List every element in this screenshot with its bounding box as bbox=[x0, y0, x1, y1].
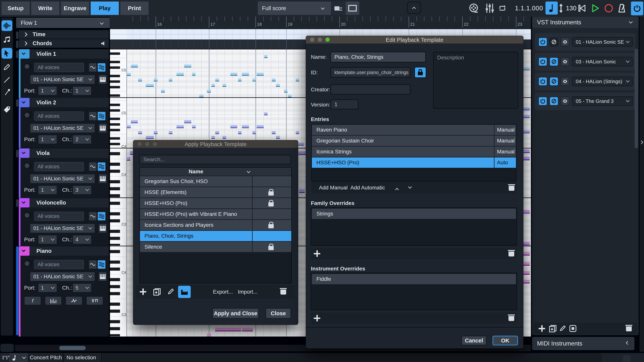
voices-toggle[interactable] bbox=[24, 212, 32, 219]
piano-key-black[interactable] bbox=[110, 109, 120, 112]
midi-note[interactable] bbox=[184, 120, 191, 123]
midi-note[interactable] bbox=[154, 78, 158, 81]
instrument-select[interactable]: 01 - HALion Sonic SE bbox=[30, 123, 95, 133]
midi-note[interactable] bbox=[207, 90, 211, 92]
apply-and-close-button[interactable]: Apply and Close bbox=[212, 308, 259, 319]
speaker-icon[interactable] bbox=[101, 41, 106, 46]
layout-select[interactable]: Full score bbox=[258, 1, 331, 15]
tag-tool[interactable] bbox=[2, 104, 12, 115]
search-input[interactable]: Search... bbox=[139, 155, 291, 164]
piano-key-black[interactable] bbox=[110, 310, 120, 313]
piano-key-black[interactable] bbox=[110, 129, 120, 131]
chords-track-row[interactable]: Chords bbox=[19, 39, 109, 48]
pencil-tool[interactable] bbox=[2, 62, 12, 72]
velocity-button[interactable] bbox=[45, 296, 62, 305]
creator-input[interactable] bbox=[330, 84, 410, 95]
channel-select[interactable]: 3 bbox=[72, 185, 92, 195]
entry-row[interactable]: Gregorian Sustain ChoirManual bbox=[312, 136, 516, 146]
midi-note[interactable] bbox=[146, 136, 154, 139]
description-textarea[interactable]: Description bbox=[433, 52, 518, 109]
add-automatic-button[interactable]: Add Automatic bbox=[350, 185, 385, 191]
instrument-power-button[interactable] bbox=[538, 37, 547, 46]
voices-select[interactable]: All voices bbox=[34, 111, 84, 121]
midi-note[interactable] bbox=[299, 189, 305, 193]
piano-key-black[interactable] bbox=[110, 202, 120, 205]
move-down-button[interactable] bbox=[408, 185, 412, 189]
piano-key-black[interactable] bbox=[110, 292, 120, 295]
factory-reset-button[interactable] bbox=[178, 286, 191, 298]
window-mode-button[interactable] bbox=[346, 1, 360, 15]
techniques-button[interactable] bbox=[86, 296, 103, 305]
track-drag-handle[interactable] bbox=[16, 199, 18, 207]
piano-key-black[interactable] bbox=[110, 250, 120, 253]
track-drag-handle[interactable] bbox=[16, 150, 18, 157]
track-collapse-tab[interactable] bbox=[19, 148, 30, 158]
track-drag-handle[interactable] bbox=[16, 31, 18, 39]
channel-select[interactable]: 1 bbox=[72, 86, 92, 95]
channel-select[interactable]: 4 bbox=[72, 235, 92, 244]
mixer-button[interactable] bbox=[482, 1, 497, 15]
piano-key-black[interactable] bbox=[110, 123, 120, 126]
dynamics-button[interactable]: f bbox=[24, 296, 41, 305]
piano-key-black[interactable] bbox=[110, 118, 120, 120]
waves-mode-button[interactable] bbox=[97, 162, 106, 171]
right-collapse-strip[interactable] bbox=[640, 17, 644, 352]
midi-note[interactable] bbox=[522, 130, 530, 133]
midi-note[interactable] bbox=[127, 73, 131, 76]
midi-note[interactable] bbox=[522, 252, 530, 256]
track-drag-handle[interactable] bbox=[16, 40, 18, 48]
piano-key-black[interactable] bbox=[110, 334, 120, 337]
template-row[interactable]: HSSE+HSO (Pro) bbox=[140, 198, 291, 209]
piano-key-black[interactable] bbox=[110, 94, 120, 97]
piano-key-black[interactable] bbox=[110, 61, 120, 63]
instrument-power-button[interactable] bbox=[538, 57, 547, 66]
piano-key-black[interactable] bbox=[110, 187, 120, 190]
midi-note[interactable] bbox=[522, 242, 530, 245]
loop-button[interactable] bbox=[498, 1, 507, 15]
midi-note[interactable] bbox=[522, 149, 530, 153]
template-row[interactable]: Piano, Choir, Strings bbox=[140, 231, 291, 242]
track-header[interactable] bbox=[19, 49, 109, 59]
cancel-button[interactable]: Cancel bbox=[461, 336, 487, 345]
piano-key-black[interactable] bbox=[110, 80, 120, 83]
instrument-power-button[interactable] bbox=[538, 77, 547, 86]
wave-mode-button[interactable] bbox=[88, 212, 97, 221]
waves-mode-button[interactable] bbox=[97, 212, 106, 221]
midi-note[interactable] bbox=[296, 131, 299, 134]
midi-note[interactable] bbox=[212, 84, 215, 87]
edit-template-button[interactable] bbox=[167, 288, 174, 295]
midi-note[interactable] bbox=[288, 95, 292, 97]
flow-select[interactable]: Flow 1 bbox=[16, 18, 110, 28]
dialog-titlebar[interactable]: Edit Playback Template bbox=[306, 36, 523, 43]
play-button[interactable] bbox=[590, 1, 601, 15]
midi-note[interactable] bbox=[298, 143, 304, 146]
instrument-edit-button[interactable] bbox=[550, 37, 558, 46]
voices-toggle[interactable] bbox=[24, 260, 32, 267]
port-select[interactable]: 1 bbox=[38, 135, 57, 144]
track-collapse-tab[interactable] bbox=[19, 49, 30, 59]
midi-note[interactable] bbox=[242, 125, 249, 128]
piano-key-black[interactable] bbox=[110, 86, 120, 88]
midi-note[interactable] bbox=[192, 125, 196, 128]
rename-icon[interactable] bbox=[559, 325, 566, 332]
midi-note[interactable] bbox=[131, 64, 138, 67]
instrument-power-button[interactable] bbox=[538, 97, 547, 105]
mode-tab-engrave[interactable]: Engrave bbox=[61, 1, 89, 15]
piano-key-black[interactable] bbox=[110, 52, 120, 55]
midi-note[interactable] bbox=[522, 262, 530, 266]
piano-key-black[interactable] bbox=[110, 143, 120, 145]
midi-note[interactable] bbox=[215, 78, 219, 81]
family-override-row[interactable]: Strings bbox=[312, 209, 516, 220]
midi-note[interactable] bbox=[127, 157, 130, 161]
mode-tab-print[interactable]: Print bbox=[120, 1, 148, 15]
midi-note[interactable] bbox=[257, 125, 264, 128]
midi-note[interactable] bbox=[212, 136, 215, 139]
freeze-icon[interactable] bbox=[569, 325, 576, 332]
line-tool[interactable] bbox=[2, 74, 12, 85]
midi-note[interactable] bbox=[199, 95, 204, 97]
instrument-select[interactable]: 01 - HALion Sonic SE bbox=[30, 272, 95, 281]
instrument-settings-button[interactable] bbox=[560, 57, 570, 66]
midi-note[interactable] bbox=[238, 131, 242, 134]
midi-note[interactable] bbox=[230, 125, 237, 128]
record-button[interactable] bbox=[603, 1, 614, 15]
